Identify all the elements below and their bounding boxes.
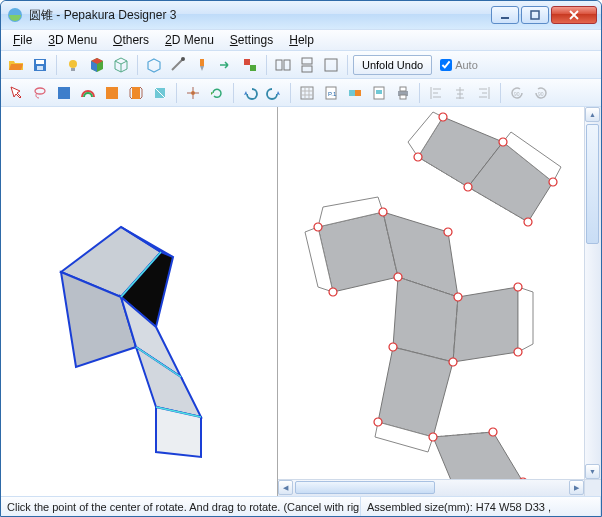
titlebar[interactable]: 圆锥 - Pepakura Designer 3 — [1, 1, 601, 29]
select-tool[interactable] — [5, 82, 27, 104]
menu-2d[interactable]: 2D Menu — [159, 31, 220, 49]
showpage-icon — [371, 85, 387, 101]
align-center-icon — [452, 85, 468, 101]
svg-rect-32 — [400, 87, 406, 91]
svg-text:90: 90 — [514, 91, 520, 97]
auto-checkbox[interactable] — [440, 59, 452, 71]
scroll-left-button[interactable]: ◀ — [278, 480, 293, 495]
color-button[interactable] — [101, 82, 123, 104]
showpage-button[interactable] — [368, 82, 390, 104]
separator — [290, 83, 291, 103]
separator — [266, 55, 267, 75]
svg-rect-20 — [106, 87, 118, 99]
auto-checkbox-group: Auto — [440, 59, 478, 71]
wireframe-button[interactable] — [110, 54, 132, 76]
flaps-icon — [128, 85, 144, 101]
redo-button[interactable] — [263, 82, 285, 104]
svg-point-6 — [69, 60, 77, 68]
opencube-button[interactable] — [143, 54, 165, 76]
align-left-icon — [428, 85, 444, 101]
layout-lr-button[interactable] — [272, 54, 294, 76]
minimize-button[interactable] — [491, 6, 519, 24]
svg-rect-24 — [301, 87, 313, 99]
scroll-up-button[interactable]: ▲ — [585, 107, 600, 122]
color-swap-icon — [242, 57, 258, 73]
svg-rect-15 — [302, 66, 312, 72]
scrollbar-horizontal[interactable]: ◀ ▶ — [278, 479, 584, 496]
window-controls — [491, 6, 597, 24]
separator — [419, 83, 420, 103]
anchor-icon — [185, 85, 201, 101]
menu-3d[interactable]: 3D Menu — [42, 31, 103, 49]
status-hint: Click the point of the center of rotate.… — [1, 497, 361, 516]
edgeid-icon — [347, 85, 363, 101]
lasso-tool[interactable] — [29, 82, 51, 104]
layout-single-button[interactable] — [320, 54, 342, 76]
edge-edit-button[interactable] — [167, 54, 189, 76]
scroll-down-button[interactable]: ▼ — [585, 464, 600, 479]
pattern-2d — [278, 107, 598, 496]
svg-marker-52 — [453, 287, 518, 362]
rainbow-button[interactable] — [77, 82, 99, 104]
knife-button[interactable] — [191, 54, 213, 76]
viewport-3d[interactable] — [1, 107, 278, 496]
close-button[interactable] — [551, 6, 597, 24]
svg-rect-28 — [355, 90, 361, 96]
light-icon — [65, 57, 81, 73]
svg-rect-21 — [132, 87, 140, 99]
align-left-button[interactable] — [425, 82, 447, 104]
unfold-button[interactable]: Unfold Undo — [353, 55, 432, 75]
svg-text:90: 90 — [538, 91, 544, 97]
align-center-button[interactable] — [449, 82, 471, 104]
svg-rect-27 — [349, 90, 355, 96]
toolbar-primary: Unfold Undo Auto — [1, 51, 601, 79]
scrollbar-vertical[interactable]: ▲ ▼ — [584, 107, 601, 479]
layout-lr-icon — [275, 57, 291, 73]
viewport-2d[interactable]: ▲ ▼ ◀ ▶ — [278, 107, 601, 496]
flaps-button[interactable] — [125, 82, 147, 104]
layout-single-icon — [323, 57, 339, 73]
texture-button[interactable] — [53, 82, 75, 104]
svg-rect-7 — [71, 68, 75, 71]
svg-text:P.1: P.1 — [328, 91, 337, 97]
print-icon — [395, 85, 411, 101]
scroll-right-button[interactable]: ▶ — [569, 480, 584, 495]
layout-tb-button[interactable] — [296, 54, 318, 76]
light-button[interactable] — [62, 54, 84, 76]
fold-button[interactable] — [149, 82, 171, 104]
save-icon — [32, 57, 48, 73]
window-title: 圆锥 - Pepakura Designer 3 — [29, 7, 491, 24]
menu-help[interactable]: Help — [283, 31, 320, 49]
minimize-icon — [500, 10, 510, 20]
grid-button[interactable] — [296, 82, 318, 104]
undo-button[interactable] — [239, 82, 261, 104]
scroll-corner — [584, 479, 601, 496]
scroll-thumb-v[interactable] — [586, 124, 599, 244]
menu-file[interactable]: File — [7, 31, 38, 49]
separator — [137, 55, 138, 75]
rotate-left-button[interactable]: 90 — [506, 82, 528, 104]
color-swap-button[interactable] — [239, 54, 261, 76]
svg-rect-4 — [36, 60, 44, 64]
rotate-button[interactable] — [206, 82, 228, 104]
scroll-thumb-h[interactable] — [295, 481, 435, 494]
align-right-button[interactable] — [473, 82, 495, 104]
svg-point-8 — [181, 57, 185, 61]
toolbar-secondary: P.1 90 90 — [1, 79, 601, 107]
color-icon — [104, 85, 120, 101]
rotate-right-button[interactable]: 90 — [530, 82, 552, 104]
save-button[interactable] — [29, 54, 51, 76]
edgeid-button[interactable] — [344, 82, 366, 104]
menu-others[interactable]: Others — [107, 31, 155, 49]
menubar: File 3D Menu Others 2D Menu Settings Hel… — [1, 29, 601, 51]
page-button[interactable]: P.1 — [320, 82, 342, 104]
arrow-button[interactable] — [215, 54, 237, 76]
colorcube-button[interactable] — [86, 54, 108, 76]
menu-settings[interactable]: Settings — [224, 31, 279, 49]
maximize-button[interactable] — [521, 6, 549, 24]
print-button[interactable] — [392, 82, 414, 104]
anchor-button[interactable] — [182, 82, 204, 104]
workspace: ▲ ▼ ◀ ▶ — [1, 107, 601, 496]
open-button[interactable] — [5, 54, 27, 76]
lasso-icon — [32, 85, 48, 101]
